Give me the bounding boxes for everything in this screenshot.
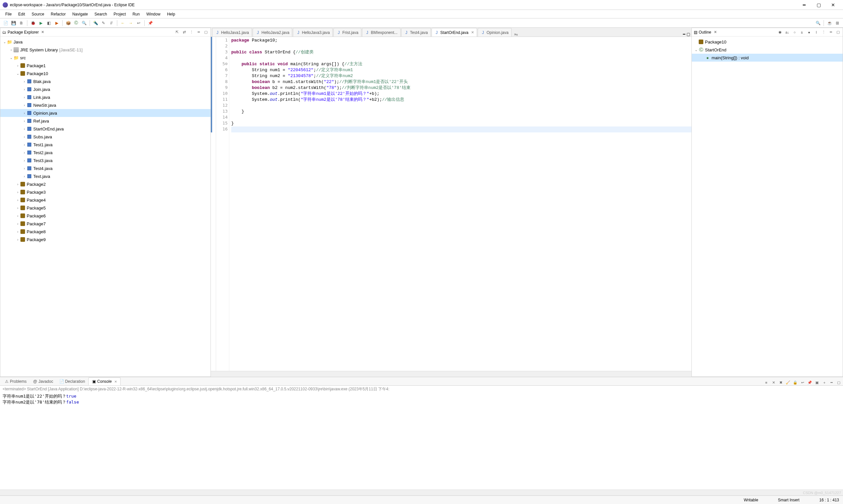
package-node[interactable]: ›Package5 — [0, 204, 211, 212]
menu-run[interactable]: Run — [130, 11, 142, 18]
remove-launch-icon[interactable]: ✕ — [771, 379, 776, 385]
editor-tab[interactable]: JBMIexponent... — [362, 28, 400, 37]
editor-tab[interactable]: JOpinion.java — [478, 28, 512, 37]
editor-tab[interactable]: JStartOrEnd.java✕ — [432, 28, 477, 37]
save-icon[interactable]: 💾 — [10, 19, 17, 27]
hide-local-icon[interactable]: l — [814, 30, 819, 35]
file-node[interactable]: ›Test2.java — [0, 148, 211, 157]
maximize-editor-icon[interactable]: ▢ — [686, 32, 690, 37]
focus-icon[interactable]: ◉ — [777, 30, 783, 35]
view-menu-icon[interactable]: ⋮ — [821, 30, 826, 35]
maximize-view-icon[interactable]: ▢ — [203, 30, 209, 35]
sort-icon[interactable]: a↓ — [785, 30, 790, 35]
run-icon[interactable]: ▶ — [37, 19, 44, 27]
package-node[interactable]: ›Package7 — [0, 220, 211, 228]
code-area[interactable]: 12345⊖678910111213141516 package Package… — [211, 37, 692, 371]
search-icon[interactable]: 🔦 — [92, 19, 99, 27]
menu-search[interactable]: Search — [92, 11, 110, 18]
menu-project[interactable]: Project — [111, 11, 128, 18]
menu-source[interactable]: Source — [29, 11, 47, 18]
file-node[interactable]: ›StartOrEnd.java — [0, 125, 211, 133]
console-hscroll[interactable] — [0, 489, 843, 496]
menu-window[interactable]: Window — [144, 11, 163, 18]
annotation-icon[interactable]: ✎ — [100, 19, 107, 27]
project-node[interactable]: ⌄📁Java — [0, 38, 211, 46]
file-node[interactable]: ›Blak.java — [0, 77, 211, 85]
link-editor-icon[interactable]: ⇄ — [181, 30, 187, 35]
close-icon[interactable]: ✕ — [713, 30, 718, 35]
terminate-icon[interactable]: ■ — [763, 379, 769, 385]
package1-node[interactable]: ›Package1 — [0, 61, 211, 70]
close-icon[interactable]: ✕ — [471, 30, 474, 35]
file-node[interactable]: ›Link.java — [0, 93, 211, 101]
last-edit-icon[interactable]: ↩ — [135, 19, 142, 27]
file-node[interactable]: ›Ref.java — [0, 117, 211, 125]
maximize-view-icon[interactable]: ▢ — [836, 379, 842, 385]
close-button[interactable]: ✕ — [826, 0, 840, 10]
outline-tree[interactable]: Package10 ⌄ⒸStartOrEnd ●main(String[]) :… — [692, 37, 843, 377]
perspective-java-icon[interactable]: ☕ — [826, 19, 833, 27]
package-node[interactable]: ›Package4 — [0, 196, 211, 204]
back-icon[interactable]: ← — [119, 19, 126, 27]
outline-class-node[interactable]: ⌄ⒸStartOrEnd — [692, 46, 843, 54]
bottom-tab[interactable]: @Javadoc — [30, 378, 57, 385]
outline-package-node[interactable]: Package10 — [692, 38, 843, 46]
scroll-lock-icon[interactable]: 🔒 — [792, 379, 798, 385]
package-node[interactable]: ›Package6 — [0, 212, 211, 220]
word-wrap-icon[interactable]: ↩ — [800, 379, 805, 385]
hide-static-icon[interactable]: s — [799, 30, 805, 35]
editor-tab[interactable]: JHelloJava1.java — [212, 28, 252, 37]
minimize-view-icon[interactable]: ━ — [828, 30, 833, 35]
file-node[interactable]: ›Text.java — [0, 172, 211, 180]
editor-tab[interactable]: JFrist.java — [334, 28, 361, 37]
new-icon[interactable]: 📄 — [2, 19, 9, 27]
menu-help[interactable]: Help — [164, 11, 178, 18]
console-output[interactable]: 字符串num1是以'22'开始的吗？true 字符串num2是以'78'结束的吗… — [0, 393, 843, 489]
package-node[interactable]: ›Package9 — [0, 236, 211, 244]
editor-tab[interactable]: JHelloJava3.java — [293, 28, 333, 37]
minimize-editor-icon[interactable]: ━ — [683, 32, 685, 37]
menu-navigate[interactable]: Navigate — [70, 11, 90, 18]
maximize-button[interactable]: ▢ — [811, 0, 826, 10]
new-console-icon[interactable]: ＋ — [821, 379, 827, 385]
save-all-icon[interactable]: 🗎 — [18, 19, 25, 27]
code-content[interactable]: package Package10;public class StartOrEn… — [229, 37, 692, 371]
bottom-tab[interactable]: 📄Declaration — [56, 378, 88, 385]
menu-file[interactable]: File — [3, 11, 14, 18]
close-icon[interactable]: ✕ — [40, 30, 46, 35]
menu-refactor[interactable]: Refactor — [48, 11, 68, 18]
perspective-switch-icon[interactable]: ⊞ — [834, 19, 841, 27]
pin-icon[interactable]: 📌 — [147, 19, 154, 27]
display-console-icon[interactable]: ▣ — [814, 379, 820, 385]
pin-console-icon[interactable]: 📌 — [807, 379, 813, 385]
minimize-view-icon[interactable]: ━ — [196, 30, 201, 35]
ext-tools-icon[interactable]: ▶ — [53, 19, 60, 27]
library-node[interactable]: ›JRE System Library[JavaSE-11] — [0, 46, 211, 54]
file-node[interactable]: ›NewStr.java — [0, 101, 211, 109]
forward-icon[interactable]: → — [127, 19, 134, 27]
view-menu-icon[interactable]: ⋮ — [189, 30, 194, 35]
debug-icon[interactable]: 🐞 — [29, 19, 37, 27]
new-class-icon[interactable]: Ⓒ — [72, 19, 80, 27]
package10-node[interactable]: ⌄Package10 — [0, 70, 211, 77]
bottom-tab[interactable]: ▣Console✕ — [88, 378, 121, 385]
clear-console-icon[interactable]: 🧹 — [785, 379, 791, 385]
file-node[interactable]: ›Join.java — [0, 85, 211, 93]
file-node[interactable]: ›Test1.java — [0, 141, 211, 148]
close-icon[interactable]: ✕ — [114, 380, 117, 383]
toggle-comment-icon[interactable]: // — [108, 19, 115, 27]
file-node[interactable]: ›Test4.java — [0, 164, 211, 172]
quick-access-icon[interactable]: 🔍 — [814, 19, 822, 27]
package-node[interactable]: ›Package3 — [0, 188, 211, 196]
maximize-view-icon[interactable]: ▢ — [836, 30, 841, 35]
outline-method-node[interactable]: ●main(String[]) : void — [692, 54, 843, 61]
editor-hscroll[interactable] — [211, 371, 692, 377]
package-node[interactable]: ›Package2 — [0, 180, 211, 188]
bottom-tab[interactable]: ⚠Problems — [1, 378, 30, 385]
coverage-icon[interactable]: ◧ — [45, 19, 52, 27]
menu-edit[interactable]: Edit — [16, 11, 28, 18]
minimize-view-icon[interactable]: ━ — [828, 379, 835, 385]
hide-nonpublic-icon[interactable]: ● — [806, 30, 812, 35]
open-type-icon[interactable]: 🔍 — [80, 19, 88, 27]
remove-all-icon[interactable]: ✖ — [778, 379, 784, 385]
